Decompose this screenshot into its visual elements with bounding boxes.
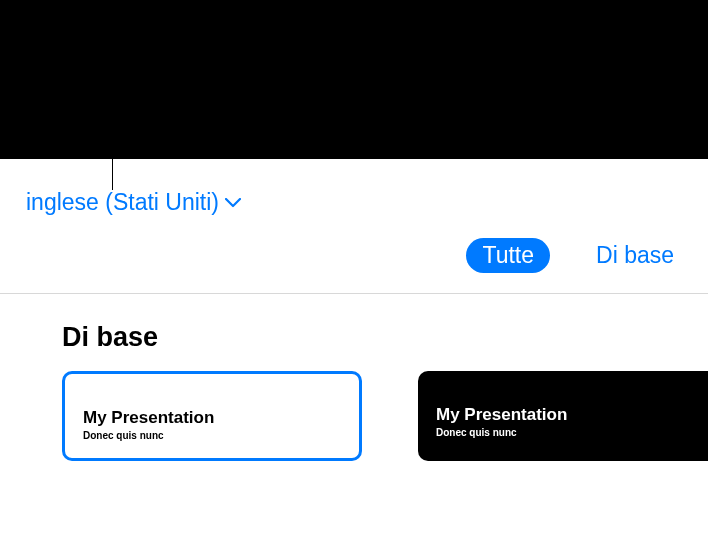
filter-basic-button[interactable]: Di base [580,238,690,273]
template-card-white[interactable]: My Presentation Donec quis nunc [62,371,362,461]
template-subtitle: Donec quis nunc [83,430,341,441]
templates-row: My Presentation Donec quis nunc My Prese… [0,371,708,461]
callout-indicator-line [112,120,113,190]
language-selector[interactable]: inglese (Stati Uniti) [26,189,241,216]
filter-row: Tutte Di base [0,216,708,294]
filter-all-button[interactable]: Tutte [466,238,550,273]
filter-all-label: Tutte [482,242,534,268]
chevron-down-icon [225,198,241,208]
section-header: Di base [0,294,708,371]
template-chooser-panel: inglese (Stati Uniti) Tutte Di base Di b… [0,159,708,535]
template-title: My Presentation [436,405,700,425]
template-title: My Presentation [83,408,341,428]
template-card-black[interactable]: My Presentation Donec quis nunc [418,371,708,461]
language-label: inglese (Stati Uniti) [26,189,219,216]
language-row: inglese (Stati Uniti) [0,159,708,216]
template-subtitle: Donec quis nunc [436,427,700,438]
top-background [0,0,708,159]
filter-basic-label: Di base [596,242,674,268]
